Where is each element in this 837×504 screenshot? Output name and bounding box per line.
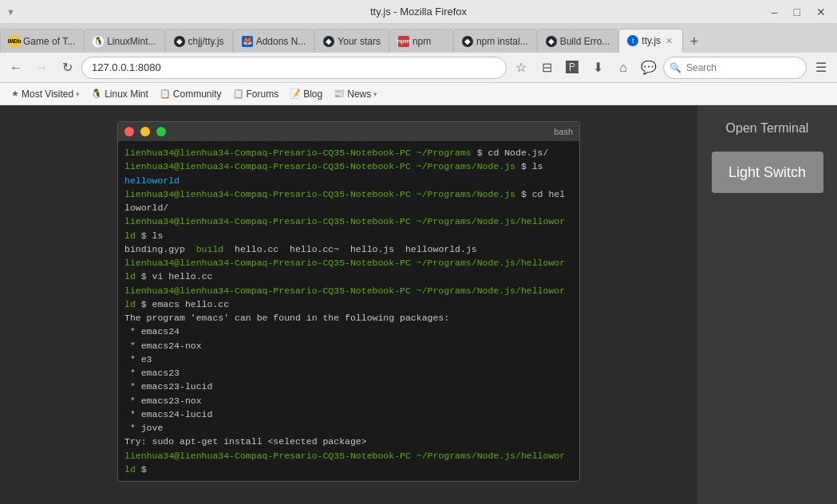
forums-icon: 📋	[233, 89, 244, 99]
term-line-8: binding.gyp build hello.cc hello.cc~ hel…	[124, 242, 573, 256]
bookmark-blog-label: Blog	[303, 89, 322, 100]
bookmark-star-button[interactable]: ☆	[510, 57, 532, 79]
tab-imdb-label: Game of T...	[23, 36, 75, 47]
sidebar-title: Open Terminal	[726, 121, 809, 136]
linux-mint-icon: 🐧	[91, 89, 102, 99]
title-bar-controls: – □ ✕	[767, 4, 831, 20]
tab-npm-label: npm	[413, 36, 444, 47]
tab-chjj[interactable]: ◆ chjj/tty.js	[165, 29, 233, 53]
menu-button[interactable]: ☰	[810, 57, 832, 79]
term-line-2: lienhua34@lienhua34-Compaq-Presario-CQ35…	[124, 159, 573, 173]
addons-favicon: 🦊	[242, 36, 253, 47]
term-line-7: ld $ ls	[124, 229, 573, 242]
tab-ttyjs[interactable]: t tty.js ✕	[618, 29, 683, 53]
synced-tabs-button[interactable]: 💬	[638, 57, 660, 79]
term-line-12: ld $ emacs hello.cc	[124, 297, 573, 311]
sidebar: Open Terminal Light Switch	[697, 105, 837, 504]
term-line-19: * emacs23-nox	[124, 394, 573, 408]
tab-linuxmint-label: LinuxMint...	[107, 36, 156, 47]
close-button[interactable]: ✕	[811, 4, 831, 20]
term-line-22: Try: sudo apt-get install <selected pack…	[124, 435, 573, 448]
builderror-favicon: ◆	[546, 36, 557, 47]
term-line-16: * e3	[124, 352, 573, 366]
tab-addons-label: Addons N...	[256, 36, 306, 47]
ttyjs-favicon: t	[627, 35, 638, 46]
term-line-15: * emacs24-nox	[124, 339, 573, 352]
term-line-11: lienhua34@lienhua34-Compaq-Presario-CQ35…	[124, 284, 573, 297]
window-title: tty.js - Mozilla Firefox	[370, 6, 467, 18]
nav-bar: ← → ↻ ☆ ⊟ 🅿 ⬇ ⌂ 💬 🔍 ☰	[0, 53, 837, 83]
tab-linuxmint[interactable]: 🐧 LinuxMint...	[84, 29, 164, 53]
most-visited-icon: ★	[11, 89, 19, 99]
news-icon: 📰	[334, 89, 345, 99]
reload-button[interactable]: ↻	[56, 57, 78, 79]
chjj-favicon: ◆	[174, 36, 185, 47]
term-line-20: * emacs24-lucid	[124, 408, 573, 421]
tab-chjj-label: chjj/tty.js	[188, 36, 224, 47]
maximize-button[interactable]: □	[789, 4, 805, 20]
minimize-button[interactable]: –	[767, 4, 783, 20]
bookmark-forums[interactable]: 📋 Forums	[228, 87, 284, 101]
terminal-titlebar: bash	[118, 122, 579, 141]
stars-favicon: ◆	[323, 36, 334, 47]
title-bar-left: ▼	[6, 7, 15, 17]
terminal-maximize-btn[interactable]	[156, 127, 166, 136]
linuxmint-favicon: 🐧	[93, 36, 104, 47]
community-icon: 📋	[160, 89, 171, 99]
term-line-3: helloworld	[124, 174, 573, 187]
light-switch-button[interactable]: Light Switch	[712, 152, 823, 193]
back-button[interactable]: ←	[5, 57, 27, 79]
tab-npminstall[interactable]: ◆ npm instal...	[453, 29, 537, 53]
search-container: 🔍	[663, 57, 807, 79]
bookmark-news-label: News	[347, 89, 371, 100]
tab-ttyjs-close[interactable]: ✕	[664, 35, 674, 47]
pocket-button[interactable]: 🅿	[561, 57, 583, 79]
term-line-23: lienhua34@lienhua34-Compaq-Presario-CQ35…	[124, 449, 573, 463]
bookmark-community-label: Community	[173, 89, 222, 100]
most-visited-arrow: ▾	[76, 90, 80, 98]
term-line-14: * emacs24	[124, 325, 573, 338]
blog-icon: 📝	[290, 89, 301, 99]
bookmark-linux-mint[interactable]: 🐧 Linux Mint	[86, 87, 153, 101]
tabs-bar: IMDb Game of T... 🐧 LinuxMint... ◆ chjj/…	[0, 24, 837, 53]
term-line-13: The program 'emacs' can be found in the …	[124, 311, 573, 325]
npm-favicon: npm	[398, 36, 409, 47]
bookmarks-bar: ★ Most Visited ▾ 🐧 Linux Mint 📋 Communit…	[0, 83, 837, 105]
tab-stars[interactable]: ◆ Your stars	[314, 29, 389, 53]
term-line-1: lienhua34@lienhua34-Compaq-Presario-CQ35…	[124, 146, 573, 159]
imdb-favicon: IMDb	[9, 36, 20, 47]
tab-stars-label: Your stars	[338, 36, 381, 47]
title-bar: ▼ tty.js - Mozilla Firefox – □ ✕	[0, 0, 837, 24]
bookmark-most-visited-label: Most Visited	[22, 89, 73, 100]
new-tab-button[interactable]: +	[683, 30, 705, 53]
tab-imdb[interactable]: IMDb Game of T...	[0, 29, 84, 53]
search-input[interactable]	[663, 57, 807, 79]
main-content: bash lienhua34@lienhua34-Compaq-Presario…	[0, 105, 837, 504]
term-line-18: * emacs23-lucid	[124, 380, 573, 393]
term-line-24: ld $	[124, 463, 573, 476]
home-button[interactable]: ⌂	[612, 57, 634, 79]
npminstall-favicon: ◆	[462, 36, 473, 47]
terminal-close-btn[interactable]	[124, 127, 134, 136]
term-line-5: loworld/	[124, 201, 573, 215]
tab-addons[interactable]: 🦊 Addons N...	[233, 29, 315, 53]
bookmark-most-visited[interactable]: ★ Most Visited ▾	[6, 87, 85, 101]
terminal-minimize-btn[interactable]	[140, 127, 150, 136]
reader-view-button[interactable]: ⊟	[535, 57, 558, 79]
tab-builderror[interactable]: ◆ Build Erro...	[537, 29, 619, 53]
address-bar[interactable]	[81, 57, 507, 79]
bookmark-community[interactable]: 📋 Community	[155, 87, 227, 101]
forward-button[interactable]: →	[30, 57, 53, 79]
term-line-17: * emacs23	[124, 366, 573, 380]
terminal-body[interactable]: lienhua34@lienhua34-Compaq-Presario-CQ35…	[118, 141, 579, 481]
tab-npminstall-label: npm instal...	[476, 36, 528, 47]
news-arrow: ▾	[373, 90, 377, 98]
tab-npm[interactable]: npm npm	[389, 29, 453, 53]
bookmark-blog[interactable]: 📝 Blog	[285, 87, 327, 101]
download-button[interactable]: ⬇	[586, 57, 609, 79]
bookmark-forums-label: Forums	[247, 89, 279, 100]
bookmark-linux-mint-label: Linux Mint	[105, 89, 148, 100]
bookmark-news[interactable]: 📰 News ▾	[329, 87, 382, 101]
term-line-4: lienhua34@lienhua34-Compaq-Presario-CQ35…	[124, 187, 573, 201]
term-line-21: * jove	[124, 421, 573, 435]
